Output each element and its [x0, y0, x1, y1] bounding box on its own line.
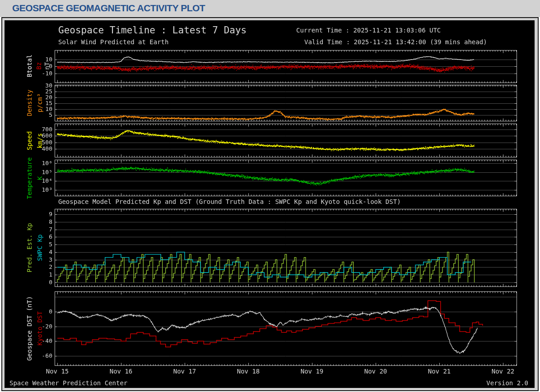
y-tick-label: 10⁴ — [23, 177, 52, 184]
y-tick-label: -40 — [23, 337, 52, 344]
x-tick-label: Nov 18 — [232, 368, 265, 375]
y-tick-label: 500 — [23, 139, 52, 146]
y-tick-label: 6 — [23, 233, 52, 240]
x-tick-label: Nov 16 — [105, 368, 137, 375]
y-tick-label: 9 — [23, 211, 52, 217]
x-tick-label: Nov 15 — [41, 368, 74, 375]
x-tick-label: Nov 19 — [296, 368, 328, 375]
y-tick-label: 5 — [23, 241, 52, 248]
y-tick-label: 25 — [23, 88, 52, 95]
x-tick-label: Nov 20 — [359, 368, 392, 375]
y-tick-label: 7 — [23, 226, 52, 233]
y-tick-label: 15 — [23, 100, 52, 106]
page-header: GEOSPACE GEOMAGNETIC ACTIVITY PLOT — [0, 0, 540, 17]
page: GEOSPACE GEOMAGNETIC ACTIVITY PLOT Geosp… — [0, 0, 540, 392]
y-tick-label: 0 — [23, 308, 52, 315]
y-tick-label: 10³ — [23, 186, 52, 193]
geospace-plot: Geospace Timeline : Latest 7 Days Solar … — [5, 20, 535, 388]
mid-title: Geospace Model Predicted Kp and DST (Gro… — [58, 198, 401, 205]
plot-frame: Geospace Timeline : Latest 7 Days Solar … — [1, 17, 539, 391]
valid-time: Valid Time : 2025-11-21 13:42:00 (39 min… — [304, 38, 487, 46]
y-tick-label: -60 — [23, 352, 52, 359]
footer-right: Version 2.0 — [486, 379, 528, 387]
y-tick-label: 10 — [23, 56, 52, 63]
x-tick-label: Nov 17 — [168, 368, 201, 375]
y-tick-label: 700 — [23, 126, 52, 133]
y-tick-label: 3 — [23, 256, 52, 263]
x-tick-label: Nov 21 — [423, 368, 456, 375]
y-tick-label: 0 — [23, 63, 52, 69]
y-tick-label: 8 — [23, 218, 52, 225]
plot-subtitle: Solar Wind Predicted at Earth — [58, 38, 168, 46]
x-tick-label: Nov 22 — [487, 368, 519, 375]
y-tick-label: -20 — [23, 323, 52, 330]
plot-title: Geospace Timeline : Latest 7 Days — [58, 25, 247, 36]
y-tick-label: 30 — [23, 82, 52, 89]
y-tick-label: 600 — [23, 132, 52, 139]
y-tick-label: 2 — [23, 263, 52, 270]
y-tick-label: 400 — [23, 145, 52, 152]
page-title: GEOSPACE GEOMAGNETIC ACTIVITY PLOT — [12, 3, 540, 14]
y-tick-label: 10 — [23, 106, 52, 112]
y-tick-label: -10 — [23, 70, 52, 77]
current-time: Current Time : 2025-11-21 13:03:06 UTC — [296, 27, 441, 34]
y-tick-label: 0 — [23, 279, 52, 286]
y-tick-label: 4 — [23, 249, 52, 255]
footer-left: Space Weather Prediction Center — [9, 379, 127, 387]
y-tick-label: 20 — [23, 94, 52, 101]
y-tick-label: 10⁵ — [23, 169, 52, 175]
y-tick-label: 1 — [23, 271, 52, 278]
y-tick-label: 5 — [23, 111, 52, 118]
y-tick-label: 10⁶ — [23, 160, 52, 166]
